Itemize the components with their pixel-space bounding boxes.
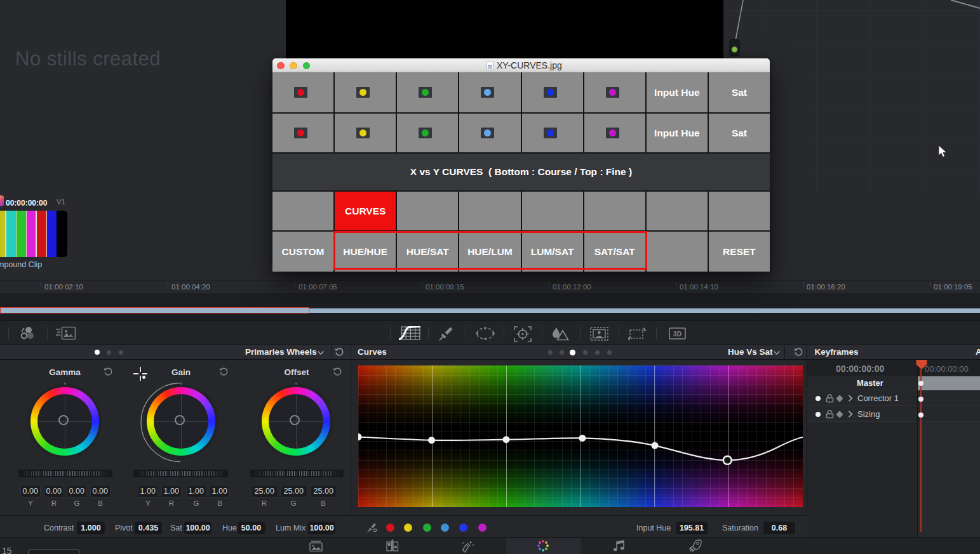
svg-text:3D: 3D (673, 331, 681, 338)
